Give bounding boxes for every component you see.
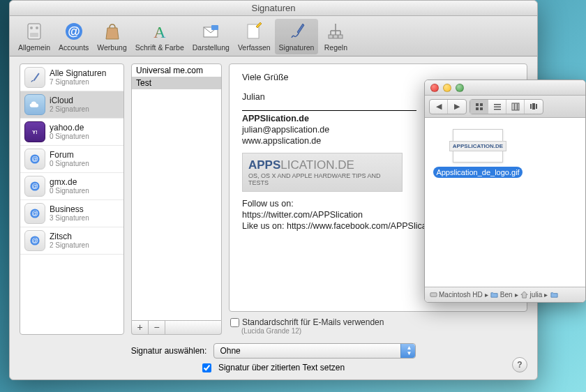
account-item-forum[interactable]: @ Forum 0 Signaturen	[20, 146, 123, 173]
back-button[interactable]: ◀	[430, 100, 448, 114]
divider	[242, 110, 416, 111]
tab-composing[interactable]: Verfassen	[234, 19, 275, 54]
svg-rect-3	[30, 33, 38, 37]
signatures-list[interactable]: Universal me.com Test	[131, 63, 222, 321]
switch-icon	[23, 20, 45, 43]
pen-icon	[24, 67, 45, 88]
tab-rules[interactable]: Regeln	[318, 19, 353, 54]
account-count: 2 Signaturen	[50, 241, 89, 250]
svg-point-2	[36, 27, 38, 29]
list-view-button[interactable]	[488, 100, 506, 114]
svg-rect-11	[333, 35, 338, 38]
svg-text:@: @	[31, 236, 38, 244]
path-crumb[interactable]: Ben	[490, 291, 513, 299]
choose-signature-label: Signatur auswählen:	[131, 346, 207, 356]
at-icon: @	[24, 176, 45, 197]
remove-button[interactable]: −	[149, 321, 165, 334]
bag-icon	[101, 20, 123, 43]
font-icon: A	[149, 20, 171, 43]
path-crumb[interactable]	[550, 291, 558, 299]
svg-text:Y!: Y!	[32, 129, 37, 135]
account-item-zitsch[interactable]: @ Zitsch 2 Signaturen	[20, 227, 123, 255]
close-button[interactable]	[430, 84, 439, 92]
add-button[interactable]: +	[132, 321, 149, 334]
finder-titlebar[interactable]	[425, 80, 585, 96]
finder-pathbar[interactable]: Macintosh HD ▸ Ben ▸ julia ▸	[425, 287, 585, 302]
svg-rect-24	[476, 107, 479, 110]
account-name: Zitsch	[50, 232, 89, 241]
account-item-business[interactable]: @ Business 3 Signaturen	[20, 200, 123, 227]
view-buttons	[469, 99, 543, 114]
standard-font-checkbox[interactable]	[230, 318, 239, 327]
signature-item[interactable]: Test	[132, 77, 221, 89]
account-item-all[interactable]: Alle Signaturen 7 Signaturen	[20, 64, 123, 91]
accounts-list[interactable]: Alle Signaturen 7 Signaturen iCloud 2 Si…	[20, 63, 124, 335]
help-button[interactable]: ?	[512, 357, 527, 372]
svg-rect-25	[480, 107, 483, 110]
svg-text:A: A	[153, 23, 166, 41]
tab-general[interactable]: Allgemein	[14, 19, 54, 54]
file-item[interactable]: APPSLICATION.DE Appslication_de_logo.gif	[436, 129, 520, 178]
prefs-toolbar: Allgemein @ Accounts Werbung A Schrift &…	[10, 16, 537, 56]
account-item-icloud[interactable]: iCloud 2 Signaturen	[20, 91, 123, 119]
envelope-icon	[200, 20, 222, 43]
choose-signature-select[interactable]: Ohne ▲▼	[213, 343, 416, 359]
account-count: 7 Signaturen	[50, 78, 106, 86]
rules-icon	[324, 20, 347, 43]
tab-fonts[interactable]: A Schrift & Farbe	[131, 19, 188, 54]
tab-label: Schrift & Farbe	[135, 43, 184, 52]
svg-rect-29	[512, 103, 514, 110]
select-value: Ohne	[220, 346, 240, 356]
finder-content[interactable]: APPSLICATION.DE Appslication_de_logo.gif	[425, 118, 585, 287]
chevron-right-icon: ▸	[544, 291, 548, 299]
svg-rect-23	[480, 103, 483, 106]
account-name: Alle Signaturen	[50, 68, 106, 78]
footer-controls: Signatur auswählen: Ohne ▲▼ Signatur übe…	[20, 343, 527, 372]
account-count: 0 Signaturen	[50, 187, 89, 195]
svg-rect-22	[476, 103, 479, 106]
tab-werbung[interactable]: Werbung	[93, 19, 130, 54]
file-name: Appslication_de_logo.gif	[433, 167, 522, 178]
logo-image: APPSLICATION.DE OS, OS X AND APPLE HARDW…	[242, 153, 403, 192]
svg-rect-8	[211, 25, 218, 30]
chevron-right-icon: ▸	[485, 291, 488, 299]
yahoo-icon: Y!	[24, 121, 45, 142]
hdd-icon	[429, 291, 437, 299]
tab-viewing[interactable]: Darstellung	[188, 19, 234, 54]
finder-toolbar: ◀ ▶	[425, 96, 585, 118]
chevron-updown-icon: ▲▼	[406, 345, 412, 356]
account-item-yahoo[interactable]: Y! yahoo.de 0 Signaturen	[20, 119, 123, 146]
at-icon: @	[63, 20, 85, 43]
account-name: iCloud	[50, 96, 89, 105]
path-crumb[interactable]: Macintosh HD	[429, 291, 483, 299]
font-detail: (Lucida Grande 12)	[241, 327, 527, 335]
svg-rect-26	[494, 104, 501, 105]
account-item-gmx[interactable]: @ gmx.de 0 Signaturen	[20, 173, 123, 200]
tab-accounts[interactable]: @ Accounts	[54, 19, 93, 54]
finder-window: ◀ ▶ APPSLICATION.DE Appslication_de_logo…	[424, 80, 586, 303]
svg-rect-32	[530, 104, 532, 109]
minimize-button[interactable]	[443, 84, 451, 92]
tab-label: Werbung	[97, 43, 126, 52]
svg-text:@: @	[68, 24, 80, 38]
icon-view-button[interactable]	[470, 100, 488, 114]
pencil-icon	[243, 20, 265, 43]
forward-button[interactable]: ▶	[448, 100, 466, 114]
tab-label: Allgemein	[18, 43, 50, 52]
signature-item[interactable]: Universal me.com	[132, 64, 221, 77]
account-count: 2 Signaturen	[50, 105, 89, 114]
coverflow-view-button[interactable]	[525, 100, 543, 114]
tab-label: Verfassen	[238, 43, 271, 52]
svg-text:@: @	[31, 155, 38, 163]
zoom-button[interactable]	[456, 84, 464, 92]
tab-signatures[interactable]: Signaturen	[275, 19, 319, 54]
tab-label: Accounts	[59, 43, 89, 52]
svg-rect-12	[338, 35, 343, 38]
path-crumb[interactable]: julia	[520, 291, 543, 299]
column-view-button[interactable]	[506, 100, 525, 114]
at-icon: @	[24, 149, 45, 169]
svg-rect-34	[536, 104, 537, 109]
account-name: gmx.de	[50, 177, 89, 187]
place-above-checkbox[interactable]	[202, 363, 211, 372]
window-titlebar[interactable]: Signaturen	[10, 1, 537, 16]
